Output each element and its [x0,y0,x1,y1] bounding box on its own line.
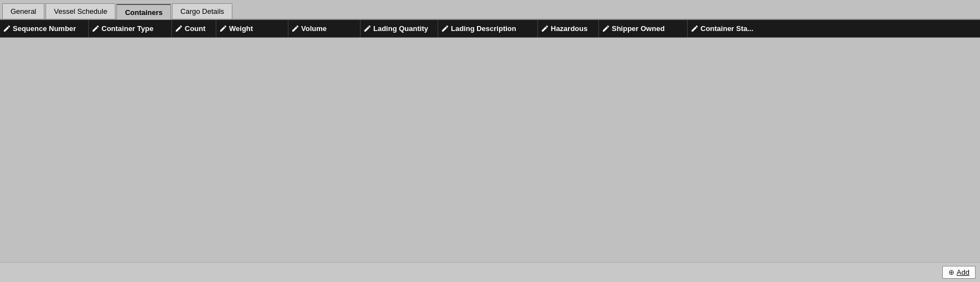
edit-icon-container-status [691,25,698,32]
col-label-volume: Volume [301,24,327,33]
table-body [0,38,980,262]
main-container: General Vessel Schedule Containers Cargo… [0,0,980,282]
col-label-weight: Weight [229,24,253,33]
col-header-weight[interactable]: Weight [216,20,288,37]
col-header-hazardous[interactable]: Hazardous [538,20,599,37]
col-label-lading-quantity: Lading Quantity [373,24,428,33]
col-header-container-type[interactable]: Container Type [89,20,172,37]
edit-icon-lading-description [441,25,449,32]
tab-containers[interactable]: Containers [116,4,171,19]
col-header-container-status[interactable]: Container Sta... [688,20,980,37]
col-header-lading-quantity[interactable]: Lading Quantity [360,20,438,37]
tab-vessel-schedule-label: Vessel Schedule [54,7,107,16]
edit-icon-lading-quantity [364,25,371,32]
edit-icon-hazardous [541,25,549,32]
col-header-volume[interactable]: Volume [288,20,360,37]
col-label-hazardous: Hazardous [551,24,587,33]
tab-cargo-details-label: Cargo Details [180,7,224,16]
table-wrapper: Sequence Number Container Type Count [0,20,980,262]
col-label-container-status: Container Sta... [700,24,753,33]
tab-bar: General Vessel Schedule Containers Cargo… [0,0,980,20]
tab-cargo-details[interactable]: Cargo Details [172,3,232,19]
edit-icon-shipper-owned [602,25,610,32]
footer-bar: ⊕ Add [0,262,980,282]
col-label-container-type: Container Type [101,24,154,33]
add-icon: ⊕ [948,268,954,276]
tab-general[interactable]: General [2,3,44,19]
tab-containers-label: Containers [125,8,163,17]
edit-icon-volume [292,25,299,32]
col-header-lading-description[interactable]: Lading Description [438,20,538,37]
col-label-sequence-number: Sequence Number [13,24,76,33]
col-header-shipper-owned[interactable]: Shipper Owned [599,20,688,37]
edit-icon-count [175,25,182,32]
edit-icon-weight [220,25,227,32]
tab-general-label: General [11,7,36,16]
col-label-lading-description: Lading Description [451,24,516,33]
tab-vessel-schedule[interactable]: Vessel Schedule [45,3,115,19]
edit-icon-sequence-number [3,25,11,32]
col-label-shipper-owned: Shipper Owned [612,24,664,33]
add-button[interactable]: ⊕ Add [942,266,976,279]
col-header-sequence-number[interactable]: Sequence Number [0,20,89,37]
edit-icon-container-type [92,25,99,32]
add-button-label: Add [957,268,969,276]
table-header: Sequence Number Container Type Count [0,20,980,38]
col-header-count[interactable]: Count [172,20,216,37]
col-label-count: Count [185,24,206,33]
